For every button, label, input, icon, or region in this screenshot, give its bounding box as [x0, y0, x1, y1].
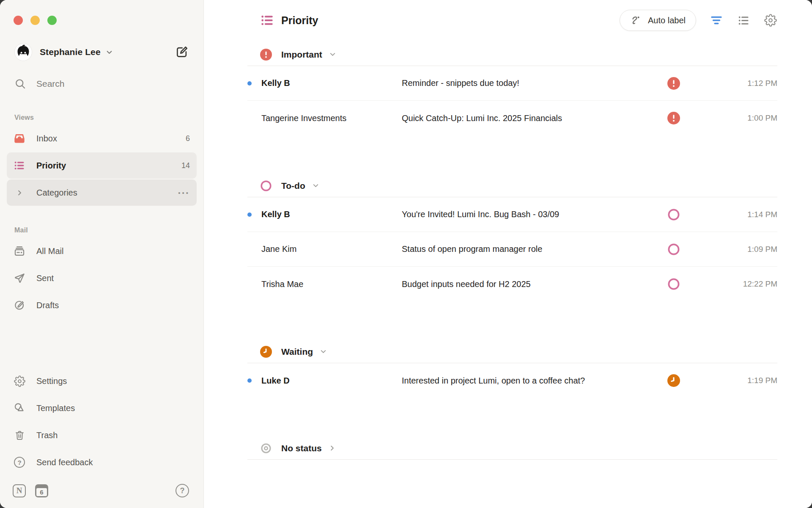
- group-label: To-do: [281, 181, 305, 191]
- account-switcher[interactable]: Stephanie Lee: [8, 42, 196, 62]
- email-subject: Reminder - snippets due today!: [402, 78, 667, 88]
- chevron-down-icon: [329, 51, 336, 58]
- email-row[interactable]: Kelly B Reminder - snippets due today! 1…: [247, 66, 777, 101]
- sidebar-item-all-mail[interactable]: All Mail: [7, 238, 197, 264]
- search-input[interactable]: Search: [8, 73, 196, 94]
- important-badge-icon[interactable]: [667, 77, 680, 90]
- sidebar-item-label: Drafts: [36, 301, 59, 310]
- settings-gear-icon[interactable]: [764, 14, 777, 27]
- auto-label-button[interactable]: Auto label: [620, 10, 696, 31]
- user-name: Stephanie Lee: [40, 47, 101, 57]
- priority-list-icon: [260, 13, 274, 28]
- sidebar-item-trash[interactable]: Trash: [7, 422, 197, 448]
- list-view-icon[interactable]: [737, 14, 750, 27]
- group-important: Important Kelly B Reminder - snippets du…: [247, 43, 777, 135]
- group-todo: To-do Kelly B You're Invited! Lumi Inc. …: [247, 174, 777, 301]
- gear-icon: [14, 375, 25, 387]
- group-label: Important: [281, 50, 322, 60]
- paper-plane-icon: [14, 272, 25, 284]
- filter-icon[interactable]: [710, 14, 723, 27]
- sidebar-item-drafts[interactable]: Drafts: [7, 292, 197, 318]
- search-icon: [14, 78, 26, 90]
- minimize-window-button[interactable]: [30, 16, 40, 25]
- page-title: Priority: [281, 14, 318, 27]
- email-sender: Jane Kim: [261, 244, 402, 254]
- view-header: Priority Auto label: [247, 0, 777, 41]
- views-section-label: Views: [14, 114, 189, 121]
- priority-count: 14: [181, 161, 190, 170]
- sidebar-item-categories[interactable]: Categories •••: [7, 179, 197, 206]
- compose-button[interactable]: [175, 45, 189, 59]
- priority-list-icon: [14, 160, 25, 171]
- auto-label-squiggle-icon: [630, 14, 643, 27]
- waiting-clock-icon: [260, 346, 272, 358]
- email-time: 12:22 PM: [705, 279, 777, 289]
- email-subject: Status of open program manager role: [402, 244, 667, 254]
- unread-dot: [247, 213, 252, 217]
- chevron-down-icon[interactable]: [106, 49, 113, 56]
- sidebar-spacer: [7, 319, 197, 367]
- sidebar-item-label: Sent: [36, 273, 54, 283]
- sidebar-item-sent[interactable]: Sent: [7, 265, 197, 291]
- email-subject: Quick Catch-Up: Lumi Inc. 2025 Financial…: [402, 113, 667, 123]
- sidebar: Stephanie Lee Search Views: [0, 0, 204, 508]
- email-subject: Interested in project Lumi, open to a co…: [402, 376, 667, 386]
- inbox-icon: [14, 133, 25, 144]
- todo-ring-icon[interactable]: [667, 208, 680, 221]
- no-status-ring-icon: [260, 442, 272, 454]
- close-window-button[interactable]: [14, 16, 23, 25]
- group-header-todo[interactable]: To-do: [247, 174, 777, 197]
- email-sender: Kelly B: [261, 78, 402, 88]
- sidebar-item-templates[interactable]: Templates: [7, 395, 197, 421]
- email-sender: Luke D: [261, 376, 402, 386]
- group-waiting: Waiting Luke D Interested in project Lum…: [247, 340, 777, 398]
- chevron-down-icon: [312, 182, 319, 189]
- email-sender: Trisha Mae: [261, 279, 402, 289]
- email-time: 1:00 PM: [705, 113, 777, 123]
- email-time: 1:12 PM: [705, 79, 777, 88]
- question-circle-icon: ?: [14, 456, 25, 468]
- unread-dot: [247, 378, 252, 383]
- chevron-right-icon: [329, 444, 336, 452]
- email-sender: Kelly B: [261, 210, 402, 219]
- email-row[interactable]: Trisha Mae Budget inputs needed for H2 2…: [247, 267, 777, 301]
- sidebar-item-inbox[interactable]: Inbox 6: [7, 125, 197, 152]
- group-header-no-status[interactable]: No status: [247, 437, 777, 460]
- email-time: 1:09 PM: [705, 245, 777, 254]
- group-header-waiting[interactable]: Waiting: [247, 340, 777, 363]
- mail-list-panel: Priority Auto label: [204, 0, 812, 508]
- todo-ring-icon[interactable]: [667, 243, 680, 256]
- draft-pencil-icon: [14, 299, 25, 311]
- sidebar-item-settings[interactable]: Settings: [7, 368, 197, 394]
- search-placeholder: Search: [36, 79, 65, 89]
- important-badge-icon: [260, 49, 272, 61]
- trash-icon: [14, 429, 25, 441]
- todo-ring-icon: [260, 180, 272, 192]
- email-row[interactable]: Tangerine Investments Quick Catch-Up: Lu…: [247, 101, 777, 135]
- avatar: [14, 43, 32, 61]
- group-header-important[interactable]: Important: [247, 43, 777, 66]
- email-row[interactable]: Kelly B You're Invited! Lumi Inc. Bug Ba…: [247, 197, 777, 232]
- notion-logo-icon[interactable]: N: [13, 484, 26, 497]
- sidebar-item-label: Settings: [36, 376, 67, 386]
- sidebar-footer: N 6 ?: [8, 476, 196, 505]
- notion-calendar-icon[interactable]: 6: [35, 484, 48, 497]
- more-options-icon[interactable]: •••: [178, 189, 190, 196]
- zoom-window-button[interactable]: [47, 16, 57, 25]
- sidebar-item-label: Categories: [36, 188, 77, 198]
- shapes-icon: [14, 402, 25, 414]
- chevron-right-icon[interactable]: [14, 187, 25, 199]
- important-badge-icon[interactable]: [667, 112, 680, 124]
- email-row[interactable]: Luke D Interested in project Lumi, open …: [247, 363, 777, 398]
- all-mail-icon: [14, 245, 25, 257]
- todo-ring-icon[interactable]: [667, 278, 680, 290]
- waiting-clock-icon[interactable]: [667, 374, 680, 387]
- email-row[interactable]: Jane Kim Status of open program manager …: [247, 232, 777, 267]
- sidebar-item-label: Priority: [36, 161, 66, 171]
- sidebar-item-priority[interactable]: Priority 14: [7, 152, 197, 179]
- help-icon[interactable]: ?: [176, 484, 189, 497]
- group-label: Waiting: [281, 347, 313, 357]
- sidebar-item-label: Send feedback: [36, 458, 93, 467]
- sidebar-item-send-feedback[interactable]: ? Send feedback: [7, 449, 197, 475]
- group-label: No status: [281, 443, 322, 453]
